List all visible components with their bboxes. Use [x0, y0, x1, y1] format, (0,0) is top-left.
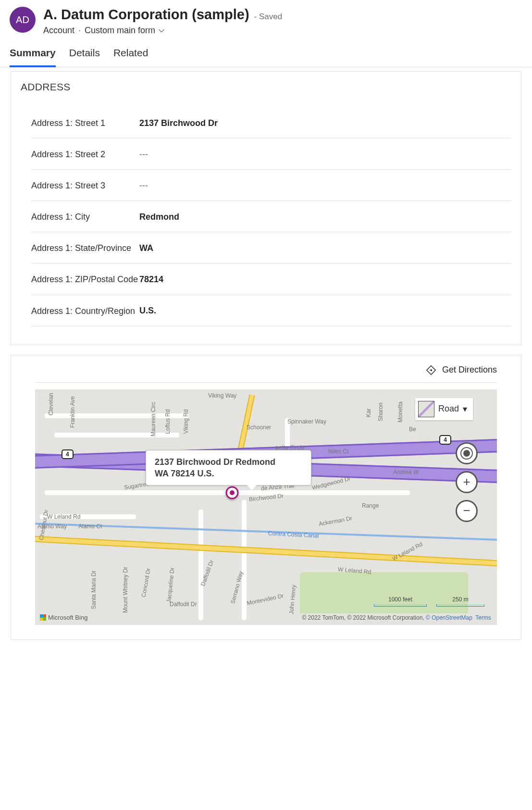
field-label: Address 1: Street 2	[31, 148, 139, 161]
map-canvas[interactable]: 4 4 Viking Way Schooner Spinnaker Way Cl…	[35, 389, 497, 625]
locate-icon	[463, 450, 470, 457]
osm-link[interactable]: © OpenStreetMap	[426, 614, 472, 621]
terms-link[interactable]: Terms	[475, 614, 491, 621]
map-section: Get Directions 4 4 Viking Way Schooner S…	[11, 355, 521, 640]
field-value: 2137 Birchwood Dr	[139, 118, 218, 128]
separator: ·	[78, 25, 81, 36]
field-city[interactable]: Address 1: City Redmond	[31, 201, 511, 232]
field-value: Redmond	[139, 212, 179, 222]
field-value: ---	[139, 181, 148, 191]
chevron-down-icon	[158, 27, 165, 34]
map-attribution: © 2022 TomTom, © 2022 Microsoft Corporat…	[300, 613, 493, 622]
locate-me-button[interactable]	[456, 442, 478, 464]
tab-details[interactable]: Details	[69, 47, 100, 67]
field-state[interactable]: Address 1: State/Province WA	[31, 232, 511, 263]
field-label: Address 1: Street 1	[31, 117, 139, 129]
field-value: ---	[139, 150, 148, 160]
scale-bar: 1000 feet 250 m	[374, 596, 484, 607]
field-street2[interactable]: Address 1: Street 2 ---	[31, 138, 511, 170]
plus-icon: +	[463, 474, 470, 489]
map-pin-icon[interactable]	[225, 486, 239, 500]
zoom-out-button[interactable]: −	[456, 500, 478, 522]
map-type-icon	[418, 401, 434, 417]
tabs: Summary Details Related	[0, 36, 532, 67]
caret-down-icon: ▾	[463, 404, 467, 414]
zoom-in-button[interactable]: +	[456, 471, 478, 493]
field-value: 78214	[139, 274, 163, 285]
map-type-label: Road	[438, 404, 459, 414]
minus-icon: −	[463, 503, 470, 518]
tab-summary[interactable]: Summary	[10, 47, 56, 67]
tab-related[interactable]: Related	[113, 47, 148, 67]
form-selector[interactable]: Custom main form	[85, 25, 165, 36]
callout-line1: 2137 Birchwood Dr Redmond	[155, 457, 275, 467]
callout-line2: WA 78214 U.S.	[155, 469, 214, 478]
entity-name: Account	[43, 25, 74, 36]
field-value: WA	[139, 243, 153, 253]
field-label: Address 1: Country/Region	[31, 305, 139, 317]
field-zip[interactable]: Address 1: ZIP/Postal Code 78214	[31, 263, 511, 295]
get-directions-button[interactable]: Get Directions	[35, 365, 497, 383]
field-street3[interactable]: Address 1: Street 3 ---	[31, 170, 511, 201]
field-street1[interactable]: Address 1: Street 1 2137 Birchwood Dr	[31, 107, 511, 138]
get-directions-label: Get Directions	[442, 365, 497, 375]
svg-point-1	[230, 490, 235, 495]
field-label: Address 1: Street 3	[31, 179, 139, 192]
field-label: Address 1: ZIP/Postal Code	[31, 273, 139, 286]
field-value: U.S.	[139, 306, 156, 316]
section-title: ADDRESS	[21, 81, 511, 93]
record-title: A. Datum Corporation (sample)	[43, 7, 249, 23]
record-header: AD A. Datum Corporation (sample) - Saved…	[0, 0, 532, 36]
field-label: Address 1: City	[31, 211, 139, 223]
park-area	[300, 572, 468, 615]
bing-brand: Microsoft Bing	[40, 614, 87, 621]
route-shield: 4	[62, 449, 74, 459]
map-type-selector[interactable]: Road ▾	[415, 398, 473, 420]
field-country[interactable]: Address 1: Country/Region U.S.	[31, 295, 511, 326]
map-callout[interactable]: 2137 Birchwood Dr Redmond WA 78214 U.S.	[146, 450, 311, 486]
microsoft-logo-icon	[40, 614, 46, 621]
form-selector-label: Custom main form	[85, 25, 155, 36]
directions-icon	[426, 365, 436, 375]
field-label: Address 1: State/Province	[31, 242, 139, 254]
route-shield: 4	[439, 435, 451, 445]
avatar: AD	[10, 7, 36, 33]
address-section: ADDRESS Address 1: Street 1 2137 Birchwo…	[11, 71, 521, 345]
saved-status: - Saved	[254, 12, 283, 22]
